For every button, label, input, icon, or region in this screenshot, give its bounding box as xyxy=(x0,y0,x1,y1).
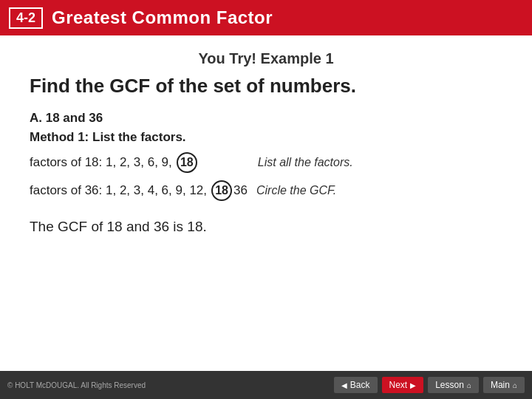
copyright-text: © HOLT McDOUGAL. All Rights Reserved xyxy=(7,381,146,389)
factors-36-suffix: 36 xyxy=(233,183,248,198)
find-instruction: Find the GCF of the set of numbers. xyxy=(30,75,502,98)
next-label: Next xyxy=(389,380,408,390)
main-content: You Try! Example 1 Find the GCF of the s… xyxy=(0,35,532,250)
header: 4-2 Greatest Common Factor xyxy=(0,0,532,35)
lesson-button[interactable]: Lesson ⌂ xyxy=(428,377,479,393)
lesson-home-icon: ⌂ xyxy=(467,381,471,389)
factors-18-row: factors of 18: 1, 2, 3, 6, 9, 18 List al… xyxy=(30,152,502,173)
section-badge: 4-2 xyxy=(9,7,43,29)
factors-36-prefix: factors of 36: 1, 2, 3, 4, 6, 9, 12, xyxy=(30,183,207,198)
subtitle: You Try! Example 1 xyxy=(30,50,502,67)
main-label: Main xyxy=(491,380,510,390)
back-arrow-icon: ◀ xyxy=(341,381,347,389)
back-label: Back xyxy=(350,380,370,390)
factors-36-circle: 18 xyxy=(211,180,232,201)
section-a-label: A. 18 and 36 xyxy=(30,111,502,126)
next-arrow-icon: ▶ xyxy=(410,381,416,389)
page-title: Greatest Common Factor xyxy=(52,7,273,28)
factors-18-note: List all the factors. xyxy=(258,156,353,169)
gcf-result: The GCF of 18 and 36 is 18. xyxy=(30,219,502,235)
factors-18-prefix: factors of 18: 1, 2, 3, 6, 9, xyxy=(30,155,172,170)
footer: © HOLT McDOUGAL. All Rights Reserved ◀ B… xyxy=(0,371,532,399)
back-button[interactable]: ◀ Back xyxy=(334,377,378,393)
main-home-icon: ⌂ xyxy=(513,381,517,389)
footer-nav: ◀ Back Next ▶ Lesson ⌂ Main ⌂ xyxy=(334,377,525,393)
main-button[interactable]: Main ⌂ xyxy=(483,377,525,393)
factors-36-row: factors of 36: 1, 2, 3, 4, 6, 9, 12, 18 … xyxy=(30,180,502,201)
factors-36-note: Circle the GCF. xyxy=(256,184,336,197)
factors-18-circle: 18 xyxy=(177,152,197,173)
method-label: Method 1: List the factors. xyxy=(30,130,502,145)
lesson-label: Lesson xyxy=(435,380,464,390)
next-button[interactable]: Next ▶ xyxy=(382,377,424,393)
